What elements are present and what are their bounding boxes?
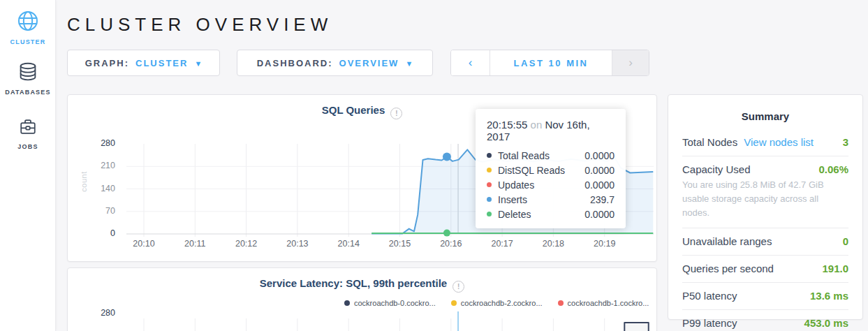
summary-label: Queries per second xyxy=(682,263,774,274)
summary-value: 3 xyxy=(843,136,848,148)
sidebar-item-cluster[interactable]: CLUSTER xyxy=(0,8,56,45)
summary-row: Queries per second191.0 xyxy=(682,256,848,283)
time-next-button[interactable]: › xyxy=(612,50,649,75)
summary-row: Capacity Used0.06%You are using 25.8 MiB… xyxy=(682,156,848,228)
summary-label: Unavailable ranges xyxy=(682,235,772,247)
time-prev-button[interactable]: ‹ xyxy=(451,50,490,75)
series-color-dot xyxy=(487,197,492,202)
tooltip-series-row: Total Reads0.0000 xyxy=(485,148,615,163)
sidebar-item-databases[interactable]: DATABASES xyxy=(0,60,56,96)
series-name: Total Reads xyxy=(498,150,578,161)
dashboard-dropdown-value: OVERVIEW xyxy=(339,58,399,68)
briefcase-icon xyxy=(17,128,39,140)
summary-value: 453.0 ms xyxy=(804,317,848,329)
globe-icon xyxy=(15,24,41,36)
series-color-dot xyxy=(487,168,492,172)
series-value: 0.0000 xyxy=(584,209,615,220)
chevron-down-icon: ▼ xyxy=(405,59,413,68)
summary-label: Capacity Used xyxy=(682,163,751,175)
summary-value: 191.0 xyxy=(822,263,848,274)
series-value: 0.0000 xyxy=(584,150,615,161)
summary-panel: Summary Total NodesView nodes list3Capac… xyxy=(668,94,863,320)
dashboard-dropdown[interactable]: DASHBOARD: OVERVIEW ▼ xyxy=(237,50,433,76)
summary-label: Total Nodes xyxy=(682,136,737,148)
summary-row-line: P50 latency13.6 ms xyxy=(682,290,848,302)
series-name: Deletes xyxy=(498,209,578,220)
series-color-dot xyxy=(487,212,492,216)
dashboard-dropdown-label: DASHBOARD: xyxy=(257,58,333,68)
summary-row-line: Total NodesView nodes list3 xyxy=(682,136,848,148)
tooltip-series-row: DistSQL Reads0.0000 xyxy=(485,163,615,177)
cockroachdb-admin-ui: CLUSTERDATABASESJOBS CLUSTER OVERVIEW GR… xyxy=(0,0,868,331)
summary-row: Total NodesView nodes list3 xyxy=(682,129,848,156)
summary-row-line: Capacity Used0.06% xyxy=(682,163,848,175)
graph-dropdown-value: CLUSTER xyxy=(135,58,188,68)
database-icon xyxy=(16,74,40,86)
tooltip-timestamp: 20:15:55 on Nov 16th, 2017 xyxy=(487,119,615,142)
tooltip-series-row: Deletes0.0000 xyxy=(485,207,615,221)
series-value: 0.0000 xyxy=(584,179,615,191)
page-title: CLUSTER OVERVIEW xyxy=(67,14,332,36)
series-color-dot xyxy=(487,153,492,158)
time-range-selector: ‹ LAST 10 MIN › xyxy=(450,50,649,76)
service-latency-panel: Service Latency: SQL, 99th percentile! c… xyxy=(67,267,657,331)
summary-row-line: P99 latency453.0 ms xyxy=(682,317,848,329)
series-color-dot xyxy=(487,182,492,187)
summary-description: You are using 25.8 MiB of 42.7 GiB usabl… xyxy=(682,178,848,220)
graph-dropdown-label: GRAPH: xyxy=(85,58,129,68)
graph-dropdown[interactable]: GRAPH: CLUSTER ▼ xyxy=(67,50,220,76)
sidebar-item-label: CLUSTER xyxy=(0,38,56,45)
summary-row: P50 latency13.6 ms xyxy=(682,283,848,310)
summary-value: 13.6 ms xyxy=(810,290,848,302)
tooltip-series-row: Inserts239.7 xyxy=(485,192,615,207)
series-value: 0.0000 xyxy=(584,165,615,176)
series-name: Inserts xyxy=(498,194,584,205)
service-latency-chart[interactable] xyxy=(68,268,658,331)
summary-row: P99 latency453.0 ms xyxy=(682,310,848,331)
chart-tooltip: 20:15:55 on Nov 16th, 2017 Total Reads0.… xyxy=(476,109,626,228)
view-nodes-list-link[interactable]: View nodes list xyxy=(744,136,814,148)
sidebar-item-label: JOBS xyxy=(0,143,56,150)
summary-title: Summary xyxy=(682,106,848,129)
series-name: DistSQL Reads xyxy=(498,165,578,176)
sidebar-item-label: DATABASES xyxy=(0,89,56,96)
summary-row-line: Unavailable ranges0 xyxy=(682,235,848,247)
summary-row-line: Queries per second191.0 xyxy=(682,263,848,274)
tooltip-series-row: Updates0.0000 xyxy=(485,177,615,192)
sidebar-item-jobs[interactable]: JOBS xyxy=(0,116,56,150)
time-range-label[interactable]: LAST 10 MIN xyxy=(490,50,612,75)
series-name: Updates xyxy=(498,179,578,191)
summary-value: 0.06% xyxy=(818,163,848,175)
summary-row: Unavailable ranges0 xyxy=(682,228,848,256)
summary-value: 0 xyxy=(843,235,848,247)
summary-label: P50 latency xyxy=(682,290,737,302)
chevron-down-icon: ▼ xyxy=(194,59,202,68)
summary-label: P99 latency xyxy=(682,317,737,329)
sidebar: CLUSTERDATABASESJOBS xyxy=(0,0,56,331)
series-value: 239.7 xyxy=(590,194,615,205)
